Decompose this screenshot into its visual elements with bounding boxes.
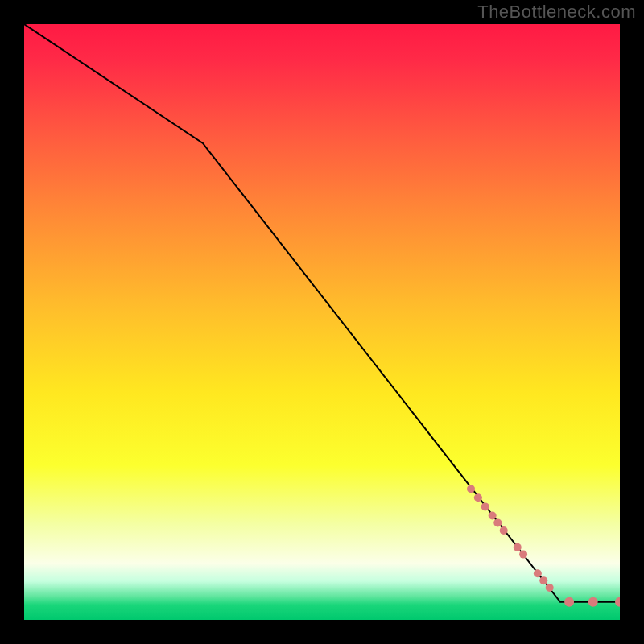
data-marker [493,518,502,526]
data-marker [481,502,489,510]
gradient-background [24,24,620,620]
data-marker [514,543,522,551]
chart-container: TheBottleneck.com [0,0,644,644]
data-marker [519,551,527,559]
data-marker [588,597,598,607]
data-marker [539,576,547,584]
data-marker [467,485,475,493]
chart-plot [24,24,620,620]
watermark-text: TheBottleneck.com [477,2,636,23]
data-marker [534,569,542,577]
data-marker [489,512,497,520]
data-marker [564,597,574,607]
data-marker [546,584,554,592]
data-marker [474,493,482,502]
data-marker [500,526,508,535]
